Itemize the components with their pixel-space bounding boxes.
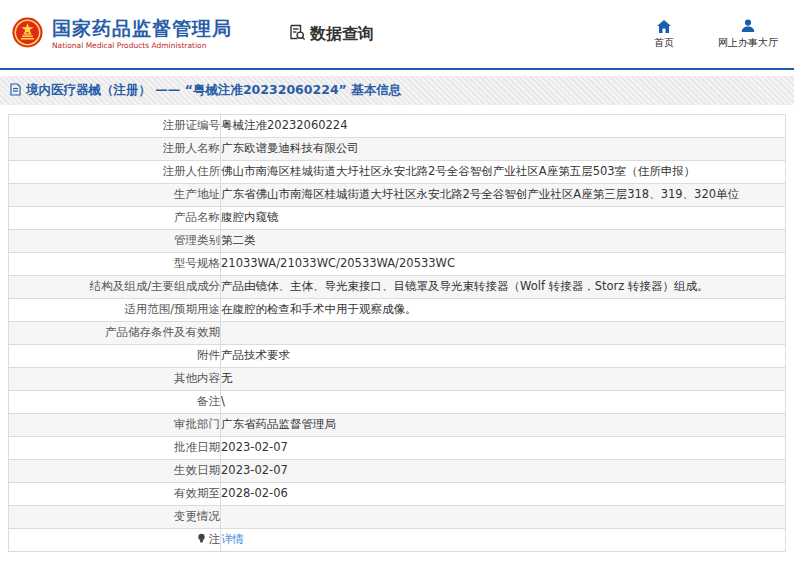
row-label: 变更情况 bbox=[9, 506, 221, 529]
nav-online-hall-label: 网上办事大厅 bbox=[718, 36, 778, 50]
row-label: 结构及组成/主要组成成分 bbox=[9, 276, 221, 299]
row-value: 第二类 bbox=[221, 230, 786, 253]
row-value: 粤械注准20232060224 bbox=[221, 115, 786, 138]
info-table-body: 注册证编号粤械注准20232060224注册人名称广东欧谱曼迪科技有限公司注册人… bbox=[9, 115, 786, 552]
row-label: 型号规格 bbox=[9, 253, 221, 276]
table-row: 产品名称腹腔内窥镜 bbox=[9, 207, 786, 230]
table-row: 有效期至2028-02-06 bbox=[9, 483, 786, 506]
table-row: 型号规格21033WA/21033WC/20533WA/20533WC bbox=[9, 253, 786, 276]
table-row: 附件产品技术要求 bbox=[9, 345, 786, 368]
table-row: 其他内容无 bbox=[9, 368, 786, 391]
table-row: 生效日期2023-02-07 bbox=[9, 460, 786, 483]
table-row: 产品储存条件及有效期 bbox=[9, 322, 786, 345]
table-row: 注册人住所佛山市南海区桂城街道大圩社区永安北路2号全谷智创产业社区A座第五层50… bbox=[9, 161, 786, 184]
row-label: 备注 bbox=[9, 391, 221, 414]
national-emblem-icon bbox=[12, 17, 43, 52]
header: 国家药品监督管理局 National Medical Products Admi… bbox=[0, 0, 794, 70]
document-search-icon bbox=[288, 23, 306, 45]
home-icon bbox=[657, 19, 671, 33]
row-label: 适用范围/预期用途 bbox=[9, 299, 221, 322]
row-value: 产品技术要求 bbox=[221, 345, 786, 368]
row-value: 在腹腔的检查和手术中用于观察成像。 bbox=[221, 299, 786, 322]
row-label: 审批部门 bbox=[9, 414, 221, 437]
row-value: 2023-02-07 bbox=[221, 437, 786, 460]
row-value: 腹腔内窥镜 bbox=[221, 207, 786, 230]
bulb-icon bbox=[197, 533, 206, 548]
row-label: 附件 bbox=[9, 345, 221, 368]
registration-info-table: 注册证编号粤械注准20232060224注册人名称广东欧谱曼迪科技有限公司注册人… bbox=[8, 114, 786, 552]
row-value: 广东省药品监督管理局 bbox=[221, 414, 786, 437]
breadcrumb-text: 境内医疗器械（注册） —— “粤械注准20232060224” 基本信息 bbox=[26, 82, 401, 99]
table-row: 结构及组成/主要组成成分产品由镜体、主体、导光束接口、目镜罩及导光束转接器（Wo… bbox=[9, 276, 786, 299]
document-icon bbox=[10, 83, 21, 99]
row-label: 管理类别 bbox=[9, 230, 221, 253]
row-value bbox=[221, 322, 786, 345]
row-label: 生效日期 bbox=[9, 460, 221, 483]
row-value bbox=[221, 506, 786, 529]
data-query-label: 数据查询 bbox=[310, 24, 374, 45]
row-label: 注册证编号 bbox=[9, 115, 221, 138]
row-label: 有效期至 bbox=[9, 483, 221, 506]
row-value: 广东省佛山市南海区桂城街道大圩社区永安北路2号全谷智创产业社区A座第三层318、… bbox=[221, 184, 786, 207]
nav-home-label: 首页 bbox=[654, 36, 674, 50]
table-row: 注册人名称广东欧谱曼迪科技有限公司 bbox=[9, 138, 786, 161]
table-row: 注册证编号粤械注准20232060224 bbox=[9, 115, 786, 138]
table-row: 注详情 bbox=[9, 529, 786, 552]
row-value: 2028-02-06 bbox=[221, 483, 786, 506]
row-value: 佛山市南海区桂城街道大圩社区永安北路2号全谷智创产业社区A座第五层503室（住所… bbox=[221, 161, 786, 184]
table-row: 变更情况 bbox=[9, 506, 786, 529]
row-label: 产品名称 bbox=[9, 207, 221, 230]
table-row: 批准日期2023-02-07 bbox=[9, 437, 786, 460]
row-value: 2023-02-07 bbox=[221, 460, 786, 483]
row-value: 广东欧谱曼迪科技有限公司 bbox=[221, 138, 786, 161]
nav-online-hall[interactable]: 网上办事大厅 bbox=[718, 19, 778, 50]
agency-subtitle: National Medical Products Administration bbox=[52, 42, 232, 50]
agency-identity: 国家药品监督管理局 National Medical Products Admi… bbox=[52, 18, 232, 50]
row-value: 无 bbox=[221, 368, 786, 391]
row-label: 注册人名称 bbox=[9, 138, 221, 161]
details-link[interactable]: 详情 bbox=[221, 532, 244, 546]
row-value: \ bbox=[221, 391, 786, 414]
row-value: 产品由镜体、主体、导光束接口、目镜罩及导光束转接器（Wolf 转接器，Storz… bbox=[221, 276, 786, 299]
row-label: 批准日期 bbox=[9, 437, 221, 460]
row-label: 产品储存条件及有效期 bbox=[9, 322, 221, 345]
row-value: 详情 bbox=[221, 529, 786, 552]
row-label: 注册人住所 bbox=[9, 161, 221, 184]
row-label: 其他内容 bbox=[9, 368, 221, 391]
row-label: 生产地址 bbox=[9, 184, 221, 207]
table-row: 备注\ bbox=[9, 391, 786, 414]
agency-title: 国家药品监督管理局 bbox=[52, 18, 232, 39]
table-row: 审批部门广东省药品监督管理局 bbox=[9, 414, 786, 437]
table-row: 管理类别第二类 bbox=[9, 230, 786, 253]
user-icon bbox=[741, 19, 755, 33]
breadcrumb: 境内医疗器械（注册） —— “粤械注准20232060224” 基本信息 bbox=[0, 76, 794, 105]
nav-home[interactable]: 首页 bbox=[654, 19, 674, 50]
row-value: 21033WA/21033WC/20533WA/20533WC bbox=[221, 253, 786, 276]
table-row: 生产地址广东省佛山市南海区桂城街道大圩社区永安北路2号全谷智创产业社区A座第三层… bbox=[9, 184, 786, 207]
row-label: 注 bbox=[9, 529, 221, 552]
data-query-section: 数据查询 bbox=[288, 23, 374, 45]
table-row: 适用范围/预期用途在腹腔的检查和手术中用于观察成像。 bbox=[9, 299, 786, 322]
